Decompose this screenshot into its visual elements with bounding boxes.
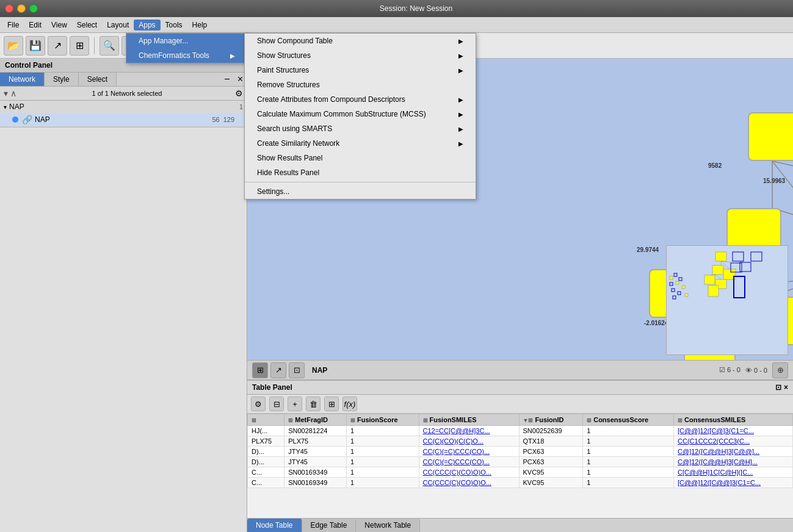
table-controls: ⚙ ⊟ + 🗑 ⊞ f(x) (247, 395, 793, 414)
minimize-button[interactable] (17, 4, 26, 13)
close-button[interactable] (5, 4, 13, 13)
tab-select[interactable]: Select (79, 73, 117, 86)
canvas-fit-button[interactable]: ⊕ (772, 362, 788, 378)
cell-fusionsmiles[interactable]: CC(C)(=C)CCC(CO)... (419, 447, 519, 457)
menu-cheminformatics[interactable]: ChemFormatics Tools (126, 48, 247, 63)
table-tabs: Node Table Edge Table Network Table (247, 518, 793, 532)
network-active-indicator (12, 117, 18, 123)
table-row[interactable]: D)... JTY45 1 CC(C)(=C)CCC(CO)... PCX63 … (248, 457, 793, 467)
cell-consensussmiles[interactable]: [C@@]12([C@]3(C1=C... (674, 426, 793, 436)
menu-paint-structures[interactable]: Paint Structures (245, 63, 476, 77)
tab-style[interactable]: Style (45, 73, 79, 86)
menu-view[interactable]: View (46, 20, 72, 31)
zoom-in-button[interactable]: 🔍 (100, 36, 119, 56)
tab-node-table[interactable]: Node Table (247, 519, 302, 532)
col-consensusscore[interactable]: ⊞ ConsensusScore (583, 414, 674, 426)
table-button[interactable]: ⊞ (70, 36, 89, 56)
cell-consensussmiles[interactable]: CC(C1CCC2(CCC3(C... (674, 436, 793, 447)
table-row[interactable]: C... SN00169349 1 CC(CCC(C)(CO)O)O... KV… (248, 478, 793, 488)
network-icon: 🔗 (22, 115, 32, 124)
cell-fusionsmiles[interactable]: C12=CC[C@@H]3C... (419, 426, 519, 436)
col-metfragid[interactable]: ⊞ MetFragID (284, 414, 347, 426)
left-panel: Control Panel Network Style Select − × ▾… (0, 59, 247, 532)
menu-tools[interactable]: Tools (161, 20, 187, 31)
table-link-button[interactable]: ⊞ (324, 397, 339, 411)
data-table: ⊞ ⊞ MetFragID ⊞ FusionScore ⊞ FusionSMIL… (247, 414, 793, 488)
cell-consensussmiles[interactable]: [C@@]12([C@@]3(C1=C... (674, 478, 793, 488)
table-row[interactable]: C... SN00169349 1 CC(CCC(C)(CO)O)O... KV… (248, 467, 793, 478)
menu-create-similarity[interactable]: Create Similarity Network (245, 136, 476, 151)
canvas-share-button[interactable]: ↗ (270, 362, 286, 378)
table-settings-button[interactable]: ⚙ (251, 397, 266, 411)
maximize-button[interactable] (29, 4, 38, 13)
table-row[interactable]: D)... JTY45 1 CC(C)(=C)CCC(CO)... PCX63 … (248, 447, 793, 457)
gear-icon[interactable]: ⚙ (235, 88, 243, 98)
minimap-svg (667, 246, 788, 355)
canvas-status: ☑ 6 - 0 👁 0 - 0 ⊕ (719, 362, 788, 378)
menu-calculate-mcss[interactable]: Calculate Maximum Common SubStructure (M… (245, 107, 476, 121)
network-list: ▾ NAP 1 🔗 NAP 56 129 (0, 101, 247, 532)
menu-app-manager[interactable]: App Manager... (126, 34, 247, 48)
cell-fusionsmiles[interactable]: CC(CCC(C)(CO)O)O... (419, 478, 519, 488)
cell-fusionsmiles[interactable]: CC(C)(=C)CCC(CO)... (419, 457, 519, 467)
canvas-export-button[interactable]: ⊡ (289, 362, 305, 378)
menu-settings[interactable]: Settings... (245, 184, 476, 199)
cell-fusionscore: 1 (346, 478, 419, 488)
group-count: 1 (239, 103, 243, 110)
menu-file[interactable]: File (2, 20, 24, 31)
table-add-button[interactable]: + (288, 397, 302, 411)
network-bar: ▾ ∧ 1 of 1 Network selected ⚙ (0, 87, 247, 101)
tab-edge-table[interactable]: Edge Table (302, 519, 357, 532)
menu-help[interactable]: Help (187, 20, 212, 31)
open-button[interactable]: 📂 (4, 36, 23, 56)
table-delete-button[interactable]: 🗑 (306, 397, 320, 411)
table-columns-button[interactable]: ⊟ (269, 397, 284, 411)
share-button[interactable]: ↗ (48, 36, 67, 56)
menu-layout[interactable]: Layout (102, 20, 134, 31)
col-id[interactable]: ⊞ (248, 414, 284, 426)
menu-show-structures[interactable]: Show Structures (245, 48, 476, 63)
tab-network[interactable]: Network (0, 73, 45, 86)
menu-select[interactable]: Select (72, 20, 102, 31)
col-fusionsmiles[interactable]: ⊞ FusionSMILES (419, 414, 519, 426)
svg-rect-22 (708, 286, 719, 297)
col-consensussmiles[interactable]: ⊞ ConsensusSMILES (674, 414, 793, 426)
save-button[interactable]: 💾 (26, 36, 45, 56)
edge-label-15.9963a: 15.9963 (763, 178, 785, 184)
network-name: NAP (35, 115, 212, 124)
menu-show-results[interactable]: Show Results Panel (245, 151, 476, 165)
table-panel-minimize[interactable]: ⊡ (775, 383, 781, 392)
menu-create-attributes[interactable]: Create Attributes from Compound Descript… (245, 92, 476, 107)
table-row[interactable]: HJ(... SN00281224 1 C12=CC[C@@H]3C... SN… (248, 426, 793, 436)
cell-fusionsmiles[interactable]: CC(C)(CO)(C(C)O... (419, 436, 519, 447)
cell-consensussmiles[interactable]: C@]12([C@@H]3[C@H]... (674, 457, 793, 467)
canvas-grid-button[interactable]: ⊞ (252, 362, 268, 378)
node-n1[interactable] (748, 112, 793, 161)
tab-network-table[interactable]: Network Table (356, 519, 420, 532)
menu-apps[interactable]: Apps (134, 20, 160, 31)
network-counts: 56 129 (212, 116, 234, 123)
network-item-nap[interactable]: 🔗 NAP 56 129 (0, 113, 247, 127)
svg-rect-26 (679, 278, 682, 281)
panel-minimize[interactable]: − (220, 73, 233, 86)
cell-metfrag: JTY45 (284, 447, 347, 457)
menu-hide-results[interactable]: Hide Results Panel (245, 165, 476, 180)
col-fusionid[interactable]: ▼⊞ FusionID (519, 414, 583, 426)
cell-consensussmiles[interactable]: C[C@@H]1C[C@H]([C... (674, 467, 793, 478)
menu-edit[interactable]: Edit (24, 20, 46, 31)
cell-consensusscore: 1 (583, 447, 674, 457)
collapse-arrow[interactable]: ▾ ∧ (4, 88, 16, 98)
cell-consensussmiles[interactable]: C@]12([C@@H]3[C@@]... (674, 447, 793, 457)
cell-id: HJ(... (248, 426, 284, 436)
col-fusionscore[interactable]: ⊞ FusionScore (346, 414, 419, 426)
table-panel-close[interactable]: × (784, 383, 788, 392)
menu-show-compound-table[interactable]: Show Compound Table (245, 34, 476, 48)
menu-search-smarts[interactable]: Search using SMARTS (245, 121, 476, 136)
window-controls[interactable] (5, 4, 38, 13)
network-group-header[interactable]: ▾ NAP 1 (0, 101, 247, 113)
table-row[interactable]: PLX75 PLX75 1 CC(C)(CO)(C(C)O... QTX18 1… (248, 436, 793, 447)
svg-rect-16 (712, 265, 723, 275)
table-formula-button[interactable]: f(x) (342, 397, 357, 411)
menu-remove-structures[interactable]: Remove Structures (245, 77, 476, 92)
cell-fusionsmiles[interactable]: CC(CCC(C)(CO)O)O... (419, 467, 519, 478)
